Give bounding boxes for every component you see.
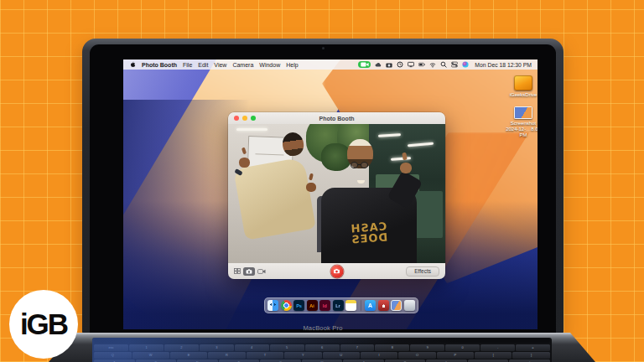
camera-shutter-icon [334,269,340,274]
macos-desktop-screen: Photo Booth File Edit View Camera Window… [123,59,538,329]
key-4: 4 [235,344,269,351]
mode-switcher [234,267,266,276]
dock-icon-photoshop[interactable]: Ps [293,300,304,311]
menu-item-app-name[interactable]: Photo Booth [142,62,177,68]
screen-bezel: Photo Booth File Edit View Camera Window… [90,44,556,334]
dock-separator [361,300,361,311]
key-Y: Y [284,352,321,359]
desktop-icon-igeeksdrive[interactable]: iGeeksDrive [504,75,538,98]
camera-indicator-icon [361,62,369,67]
search-icon[interactable] [440,61,447,68]
glasses [351,162,368,168]
keyboard: esc1234567890-= QWERTYUIOP[] ASDFGHJKL;' [92,338,552,362]
key-O: O [398,352,435,359]
ceiling-light [391,157,411,160]
key-6: 6 [305,344,340,351]
photo-mode-button-selected[interactable] [243,267,255,276]
key-A: A [94,359,135,362]
cloud-icon[interactable] [375,61,382,68]
key-J: J [343,359,384,362]
dock-icon-downloads[interactable] [391,300,402,311]
dock-icon-chrome[interactable] [281,300,292,311]
menu-item-camera[interactable]: Camera [232,62,253,68]
dock-icon-finder[interactable] [267,300,278,311]
display-icon[interactable] [408,61,414,68]
effects-button[interactable]: Effects [406,266,439,277]
key-S: S [136,359,177,362]
window-titlebar[interactable]: Photo Booth [228,112,445,124]
key-U: U [323,352,360,359]
menu-bar-clock[interactable]: Mon Dec 18 12:30 PM [475,62,532,68]
key-]: ] [512,352,549,359]
key-': ' [509,359,550,362]
key-H: H [302,359,343,362]
key-I: I [361,352,397,359]
person-left-fist [306,183,316,192]
key-9: 9 [410,344,444,351]
igb-logo-text: iGB [20,308,67,341]
photo-booth-toolbar: Effects [228,263,445,279]
wifi-icon[interactable] [429,61,436,68]
keyboard-row-home: ASDFGHJKL;' [94,359,550,362]
key-E: E [170,352,207,359]
dock-icon-app-store[interactable]: A [365,300,376,311]
camera-preview: CASH DOES [228,124,445,263]
whiteboard-line [256,154,285,156]
ceiling-light [236,128,267,131]
orange-grid-background: iGB Photo Booth File Edit [0,0,644,362]
glasses-lens [351,162,358,168]
key-P: P [437,352,474,359]
dock-icon-notes[interactable] [345,300,356,311]
camera-icon[interactable] [386,61,392,68]
key-T: T [247,352,283,359]
key-[: [ [475,352,512,359]
take-photo-button[interactable] [330,265,343,277]
glasses-lens [361,162,368,168]
drive-icon [514,75,532,90]
dock-icon-lightroom[interactable]: Lr [333,300,344,311]
sync-icon[interactable] [397,61,403,68]
person-left-torso [233,158,316,241]
siri-icon[interactable] [462,61,469,68]
macbook-pro-label: MacBook Pro [90,324,556,332]
screenshot-label-line1: Screenshot [504,121,538,127]
shirt-text-mirrored: CASH DOES [329,220,410,247]
control-center-icon[interactable] [451,61,458,68]
key-5: 5 [270,344,304,351]
dock: Ps Ai Id Lr A [264,297,418,313]
menu-item-window[interactable]: Window [259,62,280,68]
key-0: 0 [445,344,480,351]
key-7: 7 [340,344,375,351]
dock-icon-indesign[interactable]: Id [319,300,330,311]
macbook-base: esc1234567890-= QWERTYUIOP[] ASDFGHJKL;' [49,333,595,362]
menu-bar: Photo Booth File Edit View Camera Window… [123,59,538,70]
key-F: F [219,359,260,362]
key-Q: Q [94,352,131,359]
igb-logo-badge: iGB [9,290,78,359]
person-right-fist [400,163,412,173]
key-K: K [385,359,426,362]
apple-menu[interactable] [129,61,136,68]
menu-item-edit[interactable]: Edit [198,62,208,68]
dock-icon-photo-booth[interactable] [378,300,389,311]
drive-label: iGeeksDrive [504,92,538,98]
key-;: ; [468,359,509,362]
apple-logo-icon [129,61,136,68]
menu-item-file[interactable]: File [183,62,192,68]
touch-bar [94,339,550,343]
keyboard-row-qwerty: QWERTYUIOP[] [94,352,550,359]
menu-bar-status-area: Mon Dec 18 12:30 PM [358,61,532,68]
menu-item-view[interactable]: View [214,62,226,68]
menu-item-help[interactable]: Help [286,62,298,68]
video-mode-button[interactable] [257,269,266,274]
key-W: W [132,352,169,359]
key-3: 3 [200,344,234,351]
dock-icon-trash[interactable] [404,300,415,311]
battery-icon[interactable] [418,61,425,68]
dock-icon-illustrator[interactable]: Ai [307,300,318,311]
key-=: = [516,344,550,351]
burst-mode-button[interactable] [234,268,241,274]
keyboard-row-numbers: esc1234567890-= [94,344,550,351]
desktop-icon-screenshot[interactable]: Screenshot 2024-12-…8.09 PM [504,106,538,138]
camera-active-indicator[interactable] [358,61,371,68]
